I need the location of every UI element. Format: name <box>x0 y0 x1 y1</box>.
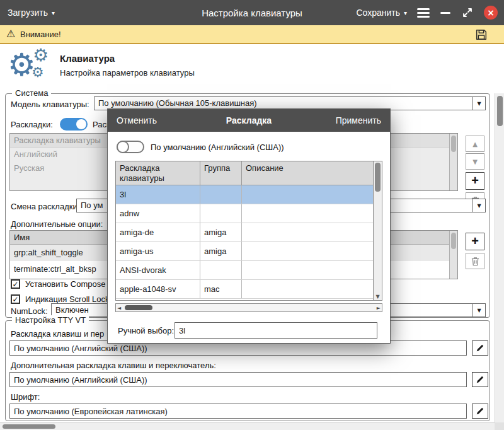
layout-dialog: Раскладка Отменить Применить По умолчани… <box>107 108 391 344</box>
layout-table: Раскладка клавиатуры Группа Описание 3l … <box>115 161 382 301</box>
warning-text: Внимание! <box>20 30 61 39</box>
arrow-up-icon: ▲ <box>472 141 478 148</box>
edit-tty-font-button[interactable] <box>472 404 488 419</box>
dropdown-arrow-icon: ▼ <box>477 203 481 209</box>
scrollbar-thumb[interactable] <box>125 305 152 310</box>
column-header-group: Группа <box>200 161 242 185</box>
save-menu-button[interactable]: Сохранить ▾ <box>356 8 407 18</box>
warning-banner: ⚠ Внимание! <box>0 25 504 44</box>
move-up-button[interactable]: ▲ <box>466 136 484 152</box>
numlock-label: NumLock: <box>11 306 48 316</box>
caret-down-icon: ▾ <box>404 9 407 16</box>
pencil-icon <box>476 407 484 415</box>
scrolllock-label: Индикация Scroll Lock <box>25 294 110 304</box>
tty-field-label: Шрифт: <box>11 392 40 402</box>
numlock-dropdown-button[interactable]: ▼ <box>472 304 485 317</box>
model-label: Модель клавиатуры: <box>11 100 89 109</box>
layout-row[interactable]: ANSI-dvorak <box>116 261 373 280</box>
hamburger-icon <box>417 8 430 10</box>
main-vertical-scrollbar[interactable] <box>495 93 504 422</box>
column-header-description: Описание <box>242 161 373 185</box>
save-file-button[interactable] <box>474 27 489 42</box>
arrow-right-icon[interactable]: ► <box>377 305 381 311</box>
arrow-down-icon[interactable]: ▼ <box>374 294 382 299</box>
model-value: По умолчанию (Обычная 105-клавишная) <box>94 97 472 110</box>
minimize-icon <box>440 12 450 14</box>
layout-row[interactable]: amiga-us amiga <box>116 242 373 261</box>
toggle-knob <box>76 119 86 129</box>
layouts-label: Раскладки: <box>11 120 53 129</box>
switch-dropdown-button[interactable]: ▼ <box>472 199 485 212</box>
manual-select-input[interactable] <box>175 322 377 339</box>
tty-field-label: Дополнительная раскладка клавиш и перекл… <box>11 361 216 370</box>
menu-button[interactable] <box>417 8 430 18</box>
add-layout-button[interactable]: + <box>466 172 484 190</box>
page-subtitle: Настройка параметров клавиатуры <box>60 68 195 78</box>
layout-table-horizontal-scrollbar[interactable]: ◄ ► <box>115 303 382 312</box>
layout-row[interactable]: apple-a1048-sv mac <box>116 280 373 299</box>
dropdown-arrow-icon: ▼ <box>477 101 481 107</box>
system-legend: Система <box>12 88 51 98</box>
check-icon: ✓ <box>12 296 18 303</box>
dropdown-arrow-icon: ▼ <box>477 308 481 313</box>
titlebar: Настройка клавиатуры Загрузить ▾ Сохрани… <box>0 0 504 25</box>
keyboard-settings-window: Настройка клавиатуры Загрузить ▾ Сохрани… <box>0 0 504 430</box>
main-horizontal-scrollbar[interactable] <box>0 422 495 430</box>
options-scrollbar[interactable] <box>449 231 457 279</box>
layout-row[interactable]: amiga-de amiga <box>116 223 373 242</box>
app-gear-icon-small: ⚙ <box>33 47 49 64</box>
page-title: Клавиатура <box>60 53 115 64</box>
scrolllock-checkbox-row: ✓ Индикация Scroll Lock <box>11 294 110 304</box>
scrollbar-corner <box>495 422 504 430</box>
compose-checkbox[interactable]: ✓ <box>11 279 20 289</box>
load-menu-button[interactable]: Загрузить ▾ <box>8 0 55 25</box>
add-option-button[interactable]: + <box>466 233 484 250</box>
scrollbar-thumb[interactable] <box>3 424 55 429</box>
toggle-knob <box>117 141 129 153</box>
minimize-button[interactable] <box>440 0 451 25</box>
close-button[interactable]: × <box>484 6 498 20</box>
edit-tty-layout-button[interactable] <box>472 340 488 356</box>
manual-select-label: Ручной выбор: <box>118 326 174 335</box>
floppy-icon <box>474 28 488 42</box>
default-layout-toggle[interactable] <box>117 141 144 153</box>
column-header-layout: Раскладка клавиатуры <box>116 161 200 185</box>
tty-font-input[interactable] <box>9 404 467 419</box>
listbox-scrollbar[interactable] <box>449 134 457 190</box>
scrollbar-thumb[interactable] <box>451 233 456 249</box>
scrollbar-thumb[interactable] <box>451 136 456 152</box>
switch-layout-label: Смена раскладки: <box>11 202 79 211</box>
delete-option-button[interactable] <box>466 253 484 269</box>
dialog-apply-button[interactable]: Применить <box>336 109 381 132</box>
arrow-left-icon[interactable]: ◄ <box>117 305 121 311</box>
scrollbar-thumb[interactable] <box>497 96 503 126</box>
caret-down-icon: ▾ <box>52 9 55 16</box>
scrollbar-thumb[interactable] <box>375 163 381 192</box>
arrow-down-icon: ▼ <box>472 158 478 165</box>
layout-table-vertical-scrollbar[interactable]: ▼ <box>373 161 382 300</box>
dialog-titlebar: Раскладка Отменить Применить <box>108 109 390 132</box>
compose-checkbox-row: ✓ Установить Compose <box>11 279 105 289</box>
dialog-cancel-button[interactable]: Отменить <box>117 109 157 132</box>
trash-icon <box>471 257 479 266</box>
layout-row[interactable]: adnw <box>116 204 373 223</box>
tty-extra-layout-input[interactable] <box>9 372 467 387</box>
scrolllock-checkbox[interactable]: ✓ <box>11 294 20 304</box>
titlebar-actions: Сохранить ▾ × <box>356 0 498 25</box>
edit-tty-extra-layout-button[interactable] <box>472 372 488 387</box>
expand-icon <box>462 7 473 18</box>
extra-options-label: Дополнительные опции: <box>11 219 103 229</box>
maximize-button[interactable] <box>461 0 474 25</box>
layouts-toggle[interactable] <box>60 118 88 131</box>
load-label: Загрузить <box>8 8 48 18</box>
move-down-button[interactable]: ▼ <box>466 153 484 170</box>
save-label: Сохранить <box>356 8 400 18</box>
layout-row-selected[interactable]: 3l <box>116 185 373 204</box>
check-icon: ✓ <box>12 281 18 288</box>
default-toggle-label: По умолчанию (Английский (США)) <box>151 142 284 152</box>
tty-legend: Настройка TTY VT <box>12 315 89 325</box>
app-gear-icon-tiny: ⚙ <box>32 66 44 79</box>
model-dropdown-button[interactable]: ▼ <box>472 97 485 110</box>
layout-table-body: Раскладка клавиатуры Группа Описание 3l … <box>116 161 373 300</box>
layout-table-header: Раскладка клавиатуры Группа Описание <box>116 161 373 185</box>
